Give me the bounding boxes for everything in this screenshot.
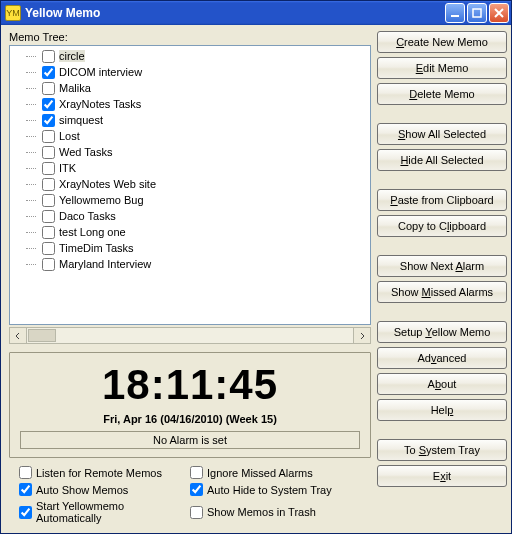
tree-item[interactable]: Lost: [14, 128, 368, 144]
tree-checkbox[interactable]: [42, 114, 55, 127]
tree-item[interactable]: ITK: [14, 160, 368, 176]
tree-checkbox[interactable]: [42, 210, 55, 223]
tree-connector: [26, 88, 36, 89]
tree-checkbox[interactable]: [42, 50, 55, 63]
option-start-auto[interactable]: Start Yellowmemo Automatically: [19, 500, 190, 524]
show-sel-button[interactable]: Show All Selected: [377, 123, 507, 145]
option-label: Listen for Remote Memos: [36, 467, 162, 479]
edit-button[interactable]: Edit Memo: [377, 57, 507, 79]
delete-button[interactable]: Delete Memo: [377, 83, 507, 105]
close-icon: [494, 8, 504, 18]
tree-checkbox[interactable]: [42, 66, 55, 79]
scroll-thumb[interactable]: [28, 329, 56, 342]
option-checkbox[interactable]: [19, 466, 32, 479]
tree-checkbox[interactable]: [42, 242, 55, 255]
tree-item[interactable]: XrayNotes Tasks: [14, 96, 368, 112]
option-checkbox[interactable]: [19, 506, 32, 519]
scroll-track[interactable]: [57, 328, 353, 343]
missed-alarms-button[interactable]: Show Missed Alarms: [377, 281, 507, 303]
option-listen-remote[interactable]: Listen for Remote Memos: [19, 466, 190, 479]
exit-button[interactable]: Exit: [377, 465, 507, 487]
svg-rect-1: [473, 9, 481, 17]
option-label: Auto Show Memos: [36, 484, 128, 496]
right-button-pane: Create New MemoEdit MemoDelete MemoShow …: [377, 29, 507, 527]
tree-item-label: XrayNotes Web site: [59, 178, 156, 190]
tree-connector: [26, 152, 36, 153]
tree-item[interactable]: Maryland Interview: [14, 256, 368, 272]
tree-item[interactable]: Malika: [14, 80, 368, 96]
option-show-trash[interactable]: Show Memos in Trash: [190, 500, 361, 524]
option-label: Auto Hide to System Tray: [207, 484, 332, 496]
tree-item[interactable]: Daco Tasks: [14, 208, 368, 224]
tree-item[interactable]: TimeDim Tasks: [14, 240, 368, 256]
tree-checkbox[interactable]: [42, 98, 55, 111]
create-button[interactable]: Create New Memo: [377, 31, 507, 53]
tree-connector: [26, 56, 36, 57]
tree-item-label: Malika: [59, 82, 91, 94]
tree-connector: [26, 104, 36, 105]
tree-item-label: Daco Tasks: [59, 210, 116, 222]
scroll-left-arrow[interactable]: [10, 328, 27, 343]
tree-item[interactable]: simquest: [14, 112, 368, 128]
tree-item[interactable]: DICOM interview: [14, 64, 368, 80]
tree-item[interactable]: Yellowmemo Bug: [14, 192, 368, 208]
tree-label: Memo Tree:: [9, 31, 371, 43]
tree-item-label: Wed Tasks: [59, 146, 112, 158]
to-tray-button[interactable]: To System Tray: [377, 439, 507, 461]
titlebar: YM Yellow Memo: [1, 1, 511, 25]
setup-button[interactable]: Setup Yellow Memo: [377, 321, 507, 343]
tree-hscrollbar[interactable]: [9, 327, 371, 344]
tree-item[interactable]: Wed Tasks: [14, 144, 368, 160]
hide-sel-button[interactable]: Hide All Selected: [377, 149, 507, 171]
tree-item-label: circle: [59, 50, 85, 62]
option-ignore-missed[interactable]: Ignore Missed Alarms: [190, 466, 361, 479]
tree-item-label: ITK: [59, 162, 76, 174]
advanced-button[interactable]: Advanced: [377, 347, 507, 369]
tree-checkbox[interactable]: [42, 162, 55, 175]
paste-button[interactable]: Paste from Clipboard: [377, 189, 507, 211]
tree-connector: [26, 72, 36, 73]
window-title: Yellow Memo: [25, 6, 443, 20]
option-label: Show Memos in Trash: [207, 506, 316, 518]
next-alarm-button[interactable]: Show Next Alarm: [377, 255, 507, 277]
tree-item[interactable]: test Long one: [14, 224, 368, 240]
option-checkbox[interactable]: [19, 483, 32, 496]
option-auto-hide[interactable]: Auto Hide to System Tray: [190, 483, 361, 496]
option-checkbox[interactable]: [190, 506, 203, 519]
tree-checkbox[interactable]: [42, 178, 55, 191]
chevron-right-icon: [358, 332, 366, 340]
app-icon: YM: [5, 5, 21, 21]
tree-checkbox[interactable]: [42, 194, 55, 207]
maximize-icon: [472, 8, 482, 18]
tree-item[interactable]: circle: [14, 48, 368, 64]
tree-item-label: simquest: [59, 114, 103, 126]
chevron-left-icon: [14, 332, 22, 340]
minimize-button[interactable]: [445, 3, 465, 23]
close-button[interactable]: [489, 3, 509, 23]
minimize-icon: [450, 8, 460, 18]
copy-button[interactable]: Copy to Clipboard: [377, 215, 507, 237]
tree-checkbox[interactable]: [42, 82, 55, 95]
tree-connector: [26, 248, 36, 249]
tree-item-label: test Long one: [59, 226, 126, 238]
tree-item[interactable]: XrayNotes Web site: [14, 176, 368, 192]
about-button[interactable]: About: [377, 373, 507, 395]
alarm-status: No Alarm is set: [20, 431, 360, 449]
tree-connector: [26, 120, 36, 121]
tree-checkbox[interactable]: [42, 130, 55, 143]
tree-checkbox[interactable]: [42, 258, 55, 271]
svg-rect-0: [451, 15, 459, 17]
scroll-right-arrow[interactable]: [353, 328, 370, 343]
help-button[interactable]: Help: [377, 399, 507, 421]
tree-checkbox[interactable]: [42, 146, 55, 159]
memo-tree[interactable]: circleDICOM interviewMalikaXrayNotes Tas…: [9, 45, 371, 325]
option-auto-show[interactable]: Auto Show Memos: [19, 483, 190, 496]
option-checkbox[interactable]: [190, 483, 203, 496]
tree-checkbox[interactable]: [42, 226, 55, 239]
option-label: Ignore Missed Alarms: [207, 467, 313, 479]
tree-connector: [26, 216, 36, 217]
left-pane: Memo Tree: circleDICOM interviewMalikaXr…: [9, 29, 371, 527]
maximize-button[interactable]: [467, 3, 487, 23]
options-panel: Listen for Remote MemosIgnore Missed Ala…: [9, 466, 371, 524]
option-checkbox[interactable]: [190, 466, 203, 479]
